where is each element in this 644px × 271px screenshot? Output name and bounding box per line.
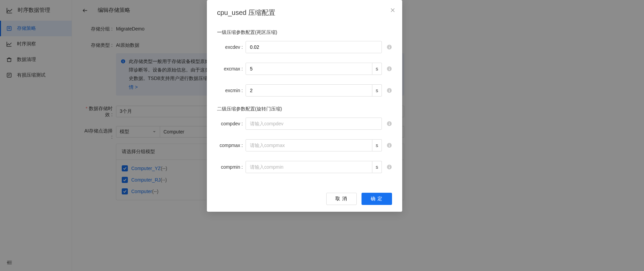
svg-rect-24 [389, 90, 390, 92]
help-icon[interactable] [387, 121, 392, 126]
modal-footer: 取消 确定 [207, 189, 402, 212]
modal-header: cpu_used 压缩配置 [207, 0, 402, 21]
compdev-input[interactable] [246, 118, 382, 130]
compmax-input[interactable] [246, 139, 372, 151]
cancel-button[interactable]: 取消 [326, 193, 357, 205]
svg-rect-33 [389, 167, 390, 168]
svg-point-19 [389, 46, 390, 46]
close-icon[interactable] [390, 7, 395, 13]
svg-point-22 [389, 67, 390, 68]
excmin-label: excmin : [217, 88, 246, 93]
svg-rect-30 [389, 145, 390, 147]
unit-seconds: s [372, 161, 382, 173]
svg-point-28 [389, 122, 390, 123]
svg-rect-18 [389, 47, 390, 48]
compmax-label: compmax : [217, 143, 246, 148]
help-icon[interactable] [387, 164, 392, 170]
svg-point-34 [389, 166, 390, 166]
svg-rect-21 [389, 68, 390, 70]
help-icon[interactable] [387, 66, 392, 71]
excmax-label: excmax : [217, 66, 246, 71]
confirm-button[interactable]: 确定 [362, 193, 392, 205]
unit-seconds: s [372, 84, 382, 97]
compression-config-modal: cpu_used 压缩配置 一级压缩参数配置(死区压缩) excdev : ex… [207, 0, 402, 212]
compdev-label: compdev : [217, 121, 246, 126]
unit-seconds: s [372, 139, 382, 151]
compmin-input[interactable] [246, 161, 372, 173]
svg-point-25 [389, 89, 390, 90]
help-icon[interactable] [387, 88, 392, 93]
modal-body: 一级压缩参数配置(死区压缩) excdev : excmax : s excmi… [207, 21, 402, 189]
section2-title: 二级压缩参数配置(旋转门压缩) [217, 106, 392, 112]
svg-point-31 [389, 144, 390, 145]
excdev-label: excdev : [217, 44, 246, 50]
section1-title: 一级压缩参数配置(死区压缩) [217, 29, 392, 36]
excmin-input[interactable] [246, 84, 372, 97]
excdev-input[interactable] [246, 41, 382, 53]
unit-seconds: s [372, 63, 382, 75]
svg-rect-27 [389, 123, 390, 125]
help-icon[interactable] [387, 44, 392, 50]
modal-title: cpu_used 压缩配置 [217, 8, 392, 17]
compmin-label: compmin : [217, 164, 246, 170]
help-icon[interactable] [387, 143, 392, 148]
excmax-input[interactable] [246, 63, 372, 75]
